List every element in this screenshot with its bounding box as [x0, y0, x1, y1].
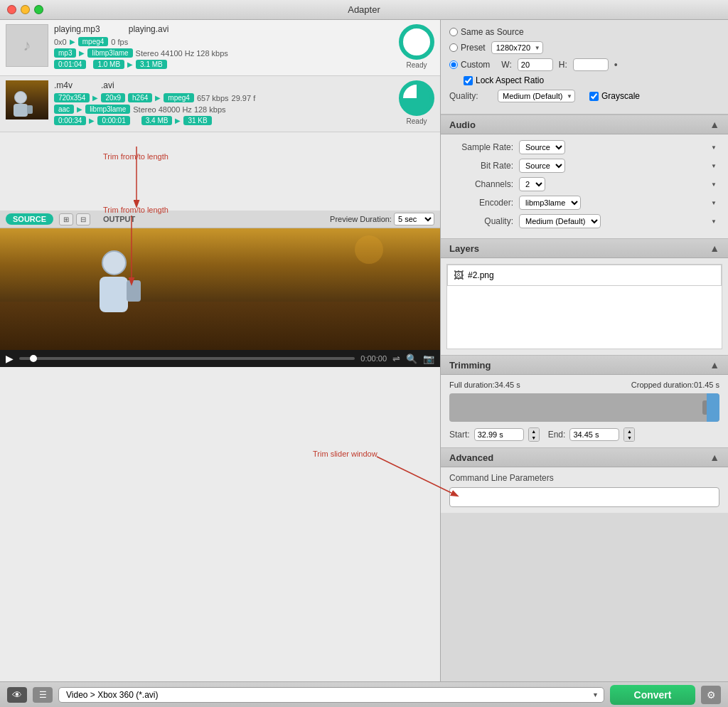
encoder-select[interactable]: libmp3lame — [519, 196, 581, 210]
tab-output[interactable]: OUTPUT — [96, 213, 142, 225]
file2-bitrate: 657 kbps — [197, 94, 229, 102]
file1-status: Ready — [407, 61, 427, 69]
file2-status: Ready — [407, 117, 427, 125]
zoom-icon[interactable]: 🔍 — [406, 354, 417, 364]
format-select[interactable]: Video > Xbox 360 (*.avi) Audio > MP3 Vid… — [58, 687, 604, 703]
play-button[interactable]: ▶ — [6, 353, 14, 364]
time-display: 0:00:00 — [360, 354, 387, 363]
grayscale-checkbox[interactable] — [589, 92, 599, 101]
minimize-button[interactable] — [21, 5, 30, 14]
layer-item-1[interactable]: 🖼 #2.png — [447, 265, 722, 286]
preset-row: Preset 1280x720 — [449, 41, 719, 54]
custom-w-input[interactable] — [518, 58, 553, 71]
convert-button[interactable]: Convert — [610, 685, 695, 705]
bit-rate-select[interactable]: Source — [519, 159, 565, 173]
trimming-section-header[interactable]: Trimming ▲ — [441, 355, 728, 375]
audio-section-header[interactable]: Audio ▲ — [441, 115, 728, 134]
lock-aspect-text: Lock Aspect Ratio — [476, 75, 544, 85]
eye-icon: 👁 — [12, 689, 22, 701]
trim-start-input[interactable] — [474, 428, 524, 441]
annotation-area: Trim from/to length — [0, 132, 440, 211]
audio-collapse-btn[interactable]: ▲ — [710, 119, 719, 130]
layers-section-title: Layers — [449, 243, 479, 254]
layers-section-header[interactable]: Layers ▲ — [441, 238, 728, 258]
preview-duration-text: Preview Duration: — [330, 215, 392, 223]
file1-progress-circle — [399, 24, 434, 60]
custom-label[interactable]: Custom — [449, 60, 490, 70]
trimming-collapse-btn[interactable]: ▲ — [710, 359, 719, 371]
video-settings: Same as Source Preset 1280x720 — [441, 20, 728, 115]
lock-aspect-row: Lock Aspect Ratio — [464, 75, 719, 85]
custom-radio[interactable] — [449, 60, 458, 69]
preview-duration-select[interactable]: 5 sec 10 sec 15 sec — [394, 213, 434, 225]
control-icons: ⇌ 🔍 📷 — [392, 354, 434, 364]
cropped-duration-value: 01.45 s — [694, 381, 719, 389]
file1-duration: 0:01:04 — [54, 60, 86, 69]
custom-h-input[interactable] — [573, 58, 609, 71]
preview-controls: ▶ 0:00:00 ⇌ 🔍 📷 — [0, 350, 440, 367]
layer-item-name: #2.png — [468, 270, 494, 280]
cropped-duration-label: Cropped duration: — [631, 381, 694, 389]
layers-collapse-btn[interactable]: ▲ — [710, 243, 719, 254]
file1-encoder: libmp3lame — [87, 48, 132, 58]
sample-rate-row: Sample Rate: Source — [449, 140, 719, 154]
astronaut-helmet — [102, 250, 127, 275]
trim-end-stepper[interactable]: ▲ ▼ — [623, 427, 635, 442]
cmd-input[interactable] — [449, 487, 719, 507]
same-as-source-label[interactable]: Same as Source — [449, 27, 524, 37]
settings-button[interactable]: ⚙ — [701, 686, 721, 704]
h-label: H: — [559, 60, 567, 70]
audio-section-title: Audio — [449, 119, 476, 130]
file-name-1-right: playing.avi — [129, 24, 169, 34]
audio-quality-select[interactable]: Medium (Default) — [519, 214, 601, 228]
advanced-section-header[interactable]: Advanced ▲ — [441, 447, 728, 467]
preview-toggle-button[interactable]: 👁 — [7, 687, 27, 703]
grayscale-label[interactable]: Grayscale — [589, 91, 640, 101]
lock-aspect-label[interactable]: Lock Aspect Ratio — [464, 75, 544, 85]
preset-radio[interactable] — [449, 43, 458, 52]
advanced-collapse-btn[interactable]: ▲ — [710, 452, 719, 463]
camera-icon[interactable]: 📷 — [423, 354, 434, 364]
quality-select[interactable]: Medium (Default) — [498, 90, 575, 102]
trim-start-label: Start: — [449, 430, 470, 440]
trim-start-down[interactable]: ▼ — [529, 435, 539, 441]
gear-icon: ⚙ — [707, 689, 716, 701]
file-item-2[interactable]: .m4v .avi 720x354 ▶ 20x9 h264 ▶ mpeg4 65… — [0, 76, 440, 132]
custom-text: Custom — [461, 60, 490, 70]
shuffle-icon[interactable]: ⇌ — [392, 354, 400, 364]
close-button[interactable] — [7, 5, 16, 14]
file2-dur-to: 0:00:01 — [97, 116, 129, 125]
quality-label: Quality: — [449, 91, 492, 101]
layout-single-btn[interactable]: ⊟ — [76, 213, 90, 225]
channels-select[interactable]: 2 — [519, 177, 545, 191]
trim-end-up[interactable]: ▲ — [624, 428, 634, 435]
file2-size-arrow: ▶ — [175, 117, 181, 124]
file2-dur-arrow: ▶ — [89, 117, 95, 124]
trim-end-down[interactable]: ▼ — [624, 435, 634, 441]
timeline[interactable] — [19, 357, 355, 360]
bottom-bar: 👁 ☰ Video > Xbox 360 (*.avi) Audio > MP3… — [0, 681, 728, 707]
layout-split-btn[interactable]: ⊞ — [59, 213, 73, 225]
same-as-source-radio[interactable] — [449, 28, 458, 36]
sample-rate-select[interactable]: Source — [519, 140, 565, 154]
preview-duration-label: Preview Duration: 5 sec 10 sec 15 sec — [330, 213, 434, 225]
tab-source[interactable]: SOURCE — [6, 213, 53, 225]
preset-select[interactable]: 1280x720 — [491, 41, 543, 54]
trim-slider[interactable] — [449, 393, 719, 422]
file2-progress-circle — [399, 80, 434, 116]
file2-arrow2: ▶ — [155, 94, 161, 102]
preset-label[interactable]: Preset — [449, 43, 486, 53]
file-thumb-2 — [6, 80, 48, 119]
layers-list: 🖼 #2.png — [446, 264, 722, 349]
maximize-button[interactable] — [34, 5, 43, 14]
window-controls — [7, 5, 43, 14]
file1-arrow1: ▶ — [70, 38, 75, 46]
trim-start-up[interactable]: ▲ — [529, 428, 539, 435]
file-item-1[interactable]: ♪ playing.mp3 playing.avi 0x0 ▶ mpeg4 0 … — [0, 20, 440, 76]
trim-start-stepper[interactable]: ▲ ▼ — [528, 427, 540, 442]
list-view-button[interactable]: ☰ — [33, 687, 53, 703]
lock-aspect-checkbox[interactable] — [464, 76, 473, 85]
trim-end-input[interactable] — [569, 428, 619, 441]
format-select-wrapper: Video > Xbox 360 (*.avi) Audio > MP3 Vid… — [58, 687, 604, 703]
w-label: W: — [501, 60, 511, 70]
